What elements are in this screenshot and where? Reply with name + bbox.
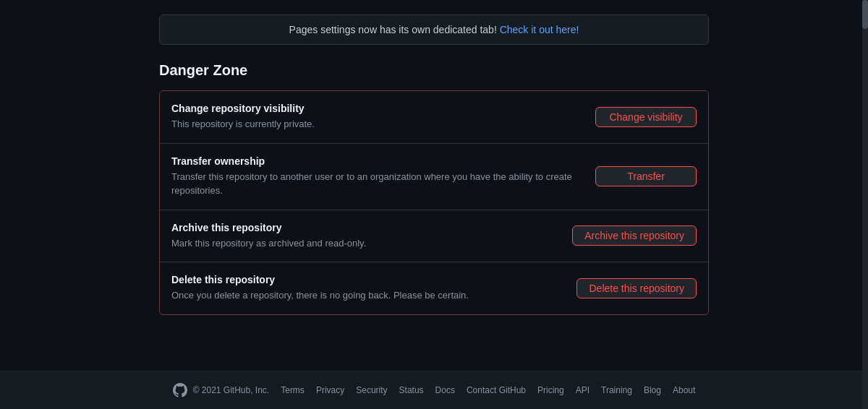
delete-repository-desc: Once you delete a repository, there is n… — [171, 288, 565, 303]
notification-banner: Pages settings now has its own dedicated… — [159, 14, 709, 45]
footer-link-terms[interactable]: Terms — [281, 385, 305, 395]
footer-logo: © 2021 GitHub, Inc. — [173, 383, 270, 397]
danger-zone-box: Change repository visibility This reposi… — [159, 90, 709, 315]
notification-link[interactable]: Check it out here! — [500, 24, 579, 35]
footer-link-api[interactable]: API — [576, 385, 590, 395]
change-visibility-info: Change repository visibility This reposi… — [171, 103, 584, 132]
archive-repository-desc: Mark this repository as archived and rea… — [171, 236, 561, 251]
github-logo-icon — [173, 383, 187, 397]
footer-link-docs[interactable]: Docs — [435, 385, 455, 395]
archive-repository-button[interactable]: Archive this repository — [572, 225, 697, 246]
transfer-ownership-title: Transfer ownership — [171, 155, 584, 167]
danger-zone-title: Danger Zone — [159, 62, 709, 79]
footer-link-blog[interactable]: Blog — [644, 385, 661, 395]
scrollbar-thumb[interactable] — [862, 0, 868, 29]
footer-link-pricing[interactable]: Pricing — [537, 385, 564, 395]
change-visibility-row: Change repository visibility This reposi… — [160, 91, 708, 144]
footer-link-contact[interactable]: Contact GitHub — [467, 385, 526, 395]
footer-link-status[interactable]: Status — [399, 385, 424, 395]
delete-repository-row: Delete this repository Once you delete a… — [160, 262, 708, 314]
footer: © 2021 GitHub, Inc. Terms Privacy Securi… — [0, 371, 868, 409]
footer-link-about[interactable]: About — [673, 385, 695, 395]
notification-text: Pages settings now has its own dedicated… — [289, 24, 500, 35]
footer-link-training[interactable]: Training — [601, 385, 632, 395]
transfer-ownership-info: Transfer ownership Transfer this reposit… — [171, 155, 584, 198]
transfer-ownership-desc: Transfer this repository to another user… — [171, 170, 584, 198]
archive-repository-row: Archive this repository Mark this reposi… — [160, 210, 708, 263]
delete-repository-title: Delete this repository — [171, 274, 565, 285]
delete-repository-info: Delete this repository Once you delete a… — [171, 274, 565, 303]
footer-link-privacy[interactable]: Privacy — [316, 385, 344, 395]
footer-copyright: © 2021 GitHub, Inc. — [193, 385, 270, 395]
delete-repository-button[interactable]: Delete this repository — [576, 278, 697, 298]
change-visibility-title: Change repository visibility — [171, 103, 584, 114]
archive-repository-title: Archive this repository — [171, 222, 561, 233]
change-visibility-desc: This repository is currently private. — [171, 117, 584, 132]
footer-link-security[interactable]: Security — [356, 385, 387, 395]
transfer-ownership-row: Transfer ownership Transfer this reposit… — [160, 144, 708, 210]
scrollbar[interactable] — [862, 0, 868, 409]
archive-repository-info: Archive this repository Mark this reposi… — [171, 222, 561, 251]
change-visibility-button[interactable]: Change visibility — [595, 107, 697, 127]
footer-links: Terms Privacy Security Status Docs Conta… — [281, 385, 695, 395]
transfer-button[interactable]: Transfer — [595, 166, 697, 186]
